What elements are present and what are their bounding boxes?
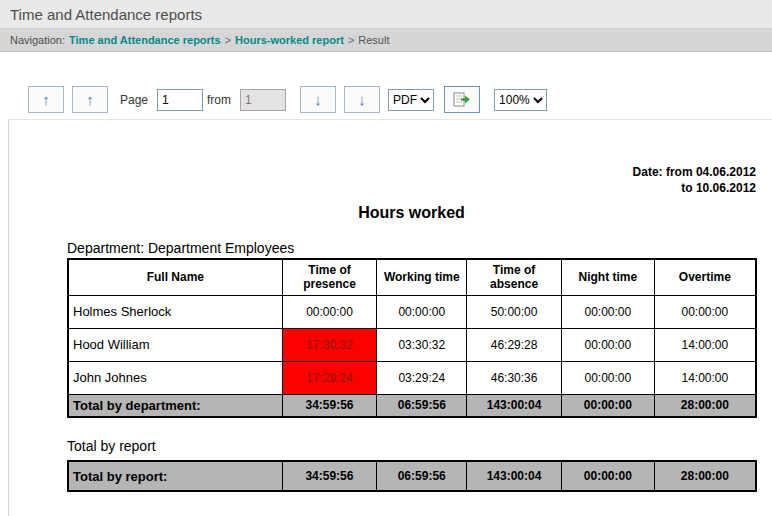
night-time-cell: 00:00:00 bbox=[561, 295, 654, 328]
overtime-cell: 14:00:00 bbox=[654, 328, 756, 361]
time-of-absence-cell: 46:29:28 bbox=[467, 328, 562, 361]
working-time-cell: 00:00:00 bbox=[377, 295, 467, 328]
night-time-cell: 00:00:00 bbox=[561, 361, 654, 394]
total-by-report-row: Total by report: 34:59:56 06:59:56 143:0… bbox=[68, 461, 756, 491]
export-button[interactable] bbox=[444, 86, 480, 113]
date-to-line: to 10.06.2012 bbox=[67, 180, 756, 196]
down-arrow-icon: ↓ bbox=[358, 92, 366, 107]
col-time-of-presence: Time of presence bbox=[282, 259, 377, 295]
employee-name-cell: Hood William bbox=[68, 328, 282, 361]
overtime-cell: 28:00:00 bbox=[654, 394, 756, 417]
from-label: from bbox=[207, 93, 231, 107]
department-heading: Department: Department Employees bbox=[67, 240, 756, 256]
previous-page-button[interactable]: ↑ bbox=[72, 86, 108, 113]
table-row: Holmes Sherlock 00:00:00 00:00:00 50:00:… bbox=[68, 295, 756, 328]
time-of-absence-cell: 143:00:04 bbox=[467, 394, 562, 417]
working-time-cell: 06:59:56 bbox=[377, 394, 467, 417]
total-by-report-table: Total by report: 34:59:56 06:59:56 143:0… bbox=[67, 460, 757, 492]
date-from-line: Date: from 04.06.2012 bbox=[67, 164, 756, 180]
first-page-button[interactable]: ↑ bbox=[28, 86, 64, 113]
breadcrumb: Navigation: Time and Attendance reports … bbox=[0, 29, 772, 52]
employee-name-cell: John Johnes bbox=[68, 361, 282, 394]
time-of-presence-cell: 00:00:00 bbox=[282, 295, 377, 328]
time-of-presence-cell: 34:59:56 bbox=[282, 394, 377, 417]
time-of-absence-cell: 143:00:04 bbox=[467, 461, 562, 491]
breadcrumb-link-time-and-attendance-reports[interactable]: Time and Attendance reports bbox=[69, 34, 221, 46]
overtime-cell: 00:00:00 bbox=[654, 295, 756, 328]
col-time-of-absence: Time of absence bbox=[467, 259, 562, 295]
up-arrow-icon: ↑ bbox=[86, 92, 94, 107]
total-label-cell: Total by report: bbox=[68, 461, 282, 491]
up-arrow-icon: ↑ bbox=[42, 92, 50, 107]
col-full-name: Full Name bbox=[68, 259, 282, 295]
breadcrumb-separator: > bbox=[225, 34, 231, 46]
working-time-cell: 03:30:32 bbox=[377, 328, 467, 361]
employee-name-cell: Holmes Sherlock bbox=[68, 295, 282, 328]
report-date-range: Date: from 04.06.2012 to 10.06.2012 bbox=[67, 164, 756, 196]
table-row: John Johnes 17:29:24 03:29:24 46:30:36 0… bbox=[68, 361, 756, 394]
table-row: Hood William 17:30:32 03:30:32 46:29:28 … bbox=[68, 328, 756, 361]
overtime-cell: 14:00:00 bbox=[654, 361, 756, 394]
col-night-time: Night time bbox=[561, 259, 654, 295]
night-time-cell: 00:00:00 bbox=[561, 328, 654, 361]
report-toolbar: ↑ ↑ Page from ↓ ↓ PDF 100% bbox=[0, 52, 772, 119]
page-title: Time and Attendance reports bbox=[10, 6, 202, 23]
time-of-absence-cell: 46:30:36 bbox=[467, 361, 562, 394]
time-of-presence-cell: 34:59:56 bbox=[282, 461, 377, 491]
time-of-presence-cell: 17:29:24 bbox=[282, 361, 377, 394]
night-time-cell: 00:00:00 bbox=[561, 394, 654, 417]
total-label-cell: Total by department: bbox=[68, 394, 282, 417]
down-arrow-icon: ↓ bbox=[314, 92, 322, 107]
total-by-department-row: Total by department: 34:59:56 06:59:56 1… bbox=[68, 394, 756, 417]
hours-worked-table: Full Name Time of presence Working time … bbox=[67, 258, 757, 418]
zoom-select[interactable]: 100% bbox=[494, 89, 547, 111]
table-header-row: Full Name Time of presence Working time … bbox=[68, 259, 756, 295]
report-view: Date: from 04.06.2012 to 10.06.2012 Hour… bbox=[8, 119, 772, 516]
total-by-report-heading: Total by report bbox=[67, 438, 756, 454]
last-page-button[interactable]: ↓ bbox=[344, 86, 380, 113]
time-of-absence-cell: 50:00:00 bbox=[467, 295, 562, 328]
page-label: Page bbox=[120, 93, 148, 107]
time-of-presence-cell: 17:30:32 bbox=[282, 328, 377, 361]
next-page-button[interactable]: ↓ bbox=[300, 86, 336, 113]
col-working-time: Working time bbox=[377, 259, 467, 295]
col-overtime: Overtime bbox=[654, 259, 756, 295]
window-title-bar: Time and Attendance reports bbox=[0, 0, 772, 29]
breadcrumb-item-result: Result bbox=[358, 34, 389, 46]
report-title: Hours worked bbox=[67, 204, 756, 222]
export-icon bbox=[453, 92, 471, 107]
total-pages-input bbox=[240, 89, 286, 111]
export-format-select[interactable]: PDF bbox=[388, 89, 434, 111]
breadcrumb-separator: > bbox=[348, 34, 354, 46]
breadcrumb-link-hours-worked-report[interactable]: Hours-worked report bbox=[235, 34, 344, 46]
working-time-cell: 06:59:56 bbox=[377, 461, 467, 491]
breadcrumb-label: Navigation: bbox=[10, 34, 65, 46]
working-time-cell: 03:29:24 bbox=[377, 361, 467, 394]
overtime-cell: 28:00:00 bbox=[654, 461, 756, 491]
night-time-cell: 00:00:00 bbox=[561, 461, 654, 491]
page-number-input[interactable] bbox=[157, 89, 203, 111]
